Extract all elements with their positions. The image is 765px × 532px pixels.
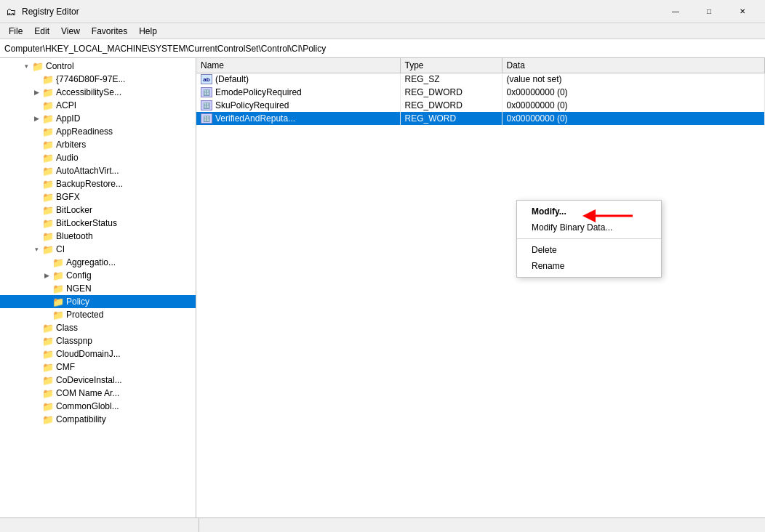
cell-type: REG_DWORD — [400, 86, 502, 99]
expand-icon[interactable]: ▾ — [31, 246, 42, 253]
tree-item-bluetooth[interactable]: 📁Bluetooth — [0, 230, 196, 243]
tree-item-appreadiness[interactable]: 📁AppReadiness — [0, 125, 196, 138]
table-row[interactable]: 🔢VerifiedAndReputa... REG_WORD 0x0000000… — [196, 112, 765, 125]
tree-item-protected[interactable]: 📁Protected — [0, 308, 196, 321]
cell-data: 0x00000000 (0) — [502, 112, 765, 125]
expand-icon[interactable]: ▶ — [31, 115, 42, 122]
cell-type: REG_SZ — [400, 73, 502, 86]
tree-item-autoattachvirt[interactable]: 📁AutoAttachVirt... — [0, 164, 196, 177]
cell-name: 🔢SkuPolicyRequired — [196, 99, 400, 112]
folder-icon: 📁 — [42, 231, 54, 242]
right-panel[interactable]: Name Type Data ab(Default) REG_SZ (value… — [196, 58, 765, 517]
tree-item-codeviceinstal[interactable]: 📁CoDeviceInstal... — [0, 374, 196, 387]
cell-data: (value not set) — [502, 73, 765, 86]
ctx-separator — [517, 238, 661, 239]
tree-item-acpi[interactable]: 📁ACPI — [0, 99, 196, 112]
tree-item-cmf[interactable]: 📁CMF — [0, 360, 196, 374]
tree-item-label: BitLocker — [56, 205, 92, 215]
expand-icon[interactable]: ▶ — [31, 89, 42, 96]
tree-item-backuprestore[interactable]: 📁BackupRestore... — [0, 177, 196, 190]
folder-icon: 📁 — [42, 166, 54, 177]
minimize-button[interactable]: — — [659, 0, 692, 23]
tree-item-accessibilitySe[interactable]: ▶📁AccessibilitySe... — [0, 86, 196, 99]
status-bar — [0, 517, 765, 532]
tree-item-compatibility[interactable]: 📁Compatibility — [0, 413, 196, 426]
ctx-item-rename[interactable]: Rename — [517, 258, 661, 274]
title-text: Registry Editor — [22, 7, 659, 17]
menu-item-favorites[interactable]: Favorites — [86, 25, 133, 38]
folder-icon: 📁 — [52, 297, 64, 307]
tree-item-label: Aggregatio... — [66, 257, 116, 267]
tree-item-label: ACPI — [56, 100, 76, 110]
table-row[interactable]: 🔢EmodePolicyRequired REG_DWORD 0x0000000… — [196, 86, 765, 99]
tree-item-config[interactable]: ▶📁Config — [0, 269, 196, 282]
ctx-item-modify[interactable]: Modify... — [517, 203, 661, 219]
cell-data: 0x00000000 (0) — [502, 99, 765, 112]
tree-item-aggregatio[interactable]: 📁Aggregatio... — [0, 256, 196, 269]
col-type[interactable]: Type — [400, 58, 502, 73]
tree-item-bitlockerstatus[interactable]: 📁BitLockerStatus — [0, 217, 196, 230]
tree-item-label: Classpnp — [56, 336, 92, 346]
ctx-item-delete[interactable]: Delete — [517, 242, 661, 258]
folder-icon: 📁 — [42, 375, 54, 386]
menu-item-file[interactable]: File — [3, 25, 28, 38]
table-row[interactable]: 🔢SkuPolicyRequired REG_DWORD 0x00000000 … — [196, 99, 765, 112]
reg-name: EmodePolicyRequired — [215, 87, 302, 97]
tree-item-control[interactable]: ▾📁Control — [0, 60, 196, 73]
tree-item-arbiters[interactable]: 📁Arbiters — [0, 138, 196, 151]
col-name[interactable]: Name — [196, 58, 400, 73]
tree-item-bgfx[interactable]: 📁BGFX — [0, 190, 196, 203]
folder-icon: 📁 — [52, 310, 64, 321]
address-bar: Computer\HKEY_LOCAL_MACHINE\SYSTEM\Curre… — [0, 39, 765, 58]
tree-panel[interactable]: ▾📁Control 📁{7746D80F-97E...▶📁Accessibili… — [0, 58, 196, 517]
reg-name: SkuPolicyRequired — [215, 100, 289, 110]
ctx-item-modifyBinary[interactable]: Modify Binary Data... — [517, 219, 661, 235]
tree-item-label: CloudDomainJ... — [56, 349, 121, 359]
menu-item-help[interactable]: Help — [133, 25, 163, 38]
tree-item-classpnp[interactable]: 📁Classpnp — [0, 334, 196, 347]
expand-icon[interactable]: ▶ — [41, 272, 52, 279]
tree-item-clouddomainj[interactable]: 📁CloudDomainJ... — [0, 347, 196, 360]
tree-item-appid[interactable]: ▶📁AppID — [0, 112, 196, 125]
col-data[interactable]: Data — [502, 58, 765, 73]
tree-item-label: {7746D80F-97E... — [56, 74, 125, 84]
tree-item-class[interactable]: 📁Class — [0, 321, 196, 334]
address-path: Computer\HKEY_LOCAL_MACHINE\SYSTEM\Curre… — [4, 44, 326, 54]
menu-bar: FileEditViewFavoritesHelp — [0, 23, 765, 39]
expand-icon[interactable]: ▾ — [20, 63, 32, 70]
tree-item-comnamear[interactable]: 📁COM Name Ar... — [0, 387, 196, 400]
reg-name: (Default) — [215, 74, 249, 84]
folder-icon: 📁 — [42, 205, 54, 216]
cell-name: 🔢EmodePolicyRequired — [196, 86, 400, 99]
folder-icon: 📁 — [42, 218, 54, 229]
tree-item-label: CI — [56, 244, 65, 254]
menu-item-edit[interactable]: Edit — [28, 25, 55, 38]
tree-item-label: Control — [46, 61, 74, 71]
close-button[interactable]: ✕ — [726, 0, 759, 23]
tree-item-commonglobl[interactable]: 📁CommonGlobl... — [0, 400, 196, 413]
folder-icon: 📁 — [42, 244, 54, 255]
tree-item-ci[interactable]: ▾📁CI — [0, 243, 196, 256]
cell-name: 🔢VerifiedAndReputa... — [196, 112, 400, 125]
tree-item-label: CMF — [56, 362, 75, 372]
tree-item-label: NGEN — [66, 283, 92, 294]
maximize-button[interactable]: □ — [692, 0, 726, 23]
tree-item-label: BackupRestore... — [56, 179, 123, 189]
menu-item-view[interactable]: View — [55, 25, 86, 38]
folder-icon: 📁 — [42, 349, 54, 360]
table-row[interactable]: ab(Default) REG_SZ (value not set) — [196, 73, 765, 86]
folder-icon: 📁 — [42, 179, 54, 190]
folder-icon: 📁 — [32, 61, 44, 72]
tree-item-label: BitLockerStatus — [56, 218, 117, 228]
folder-icon: 📁 — [42, 113, 54, 124]
tree-item-7746[interactable]: 📁{7746D80F-97E... — [0, 73, 196, 86]
cell-type: REG_WORD — [400, 112, 502, 125]
tree-item-audio[interactable]: 📁Audio — [0, 151, 196, 164]
cell-name: ab(Default) — [196, 73, 400, 86]
tree-item-policy[interactable]: 📁Policy — [0, 295, 196, 308]
tree-item-bitlocker[interactable]: 📁BitLocker — [0, 203, 196, 217]
tree-item-label: Class — [56, 323, 78, 333]
tree-item-ngen[interactable]: 📁NGEN — [0, 282, 196, 295]
tree-item-label: AppID — [56, 113, 80, 124]
reg-icon-dword: 🔢 — [201, 113, 212, 124]
